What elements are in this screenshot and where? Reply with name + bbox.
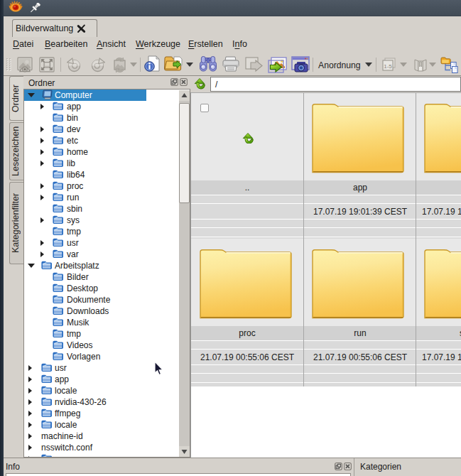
svg-text:1-5: 1-5	[384, 63, 392, 70]
